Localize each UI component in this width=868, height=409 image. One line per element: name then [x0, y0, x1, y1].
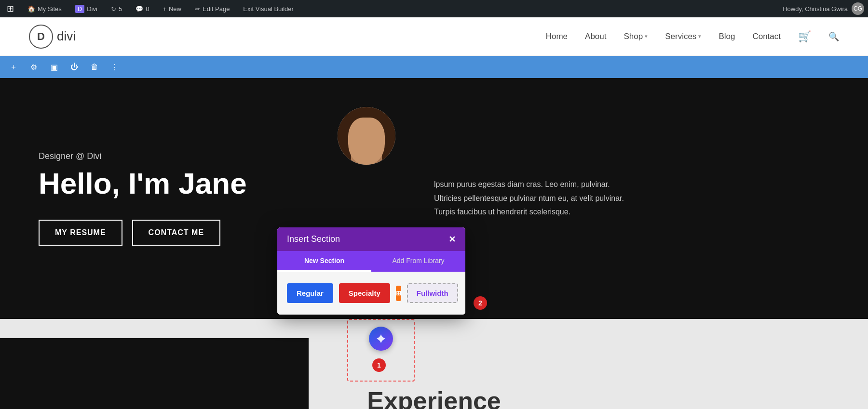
- tab-add-from-library[interactable]: Add From Library: [371, 251, 465, 272]
- new-label: New: [169, 5, 181, 13]
- site-header: D divi Home About Shop ▾ Services ▾ Blog…: [0, 17, 868, 56]
- tab-new-section[interactable]: New Section: [277, 251, 371, 272]
- resume-btn[interactable]: MY RESUME: [39, 220, 122, 246]
- exit-builder-btn[interactable]: Exit Visual Builder: [240, 0, 297, 17]
- comments-count: 0: [146, 5, 149, 13]
- nav-contact[interactable]: Contact: [752, 32, 781, 41]
- exit-builder-label: Exit Visual Builder: [243, 5, 294, 13]
- hero-avatar: [338, 107, 395, 165]
- left-dark-panel: [0, 338, 309, 409]
- contact-btn[interactable]: CONTACT ME: [132, 220, 220, 246]
- logo-icon: D: [29, 25, 53, 49]
- gray-section: Experience: [0, 319, 868, 409]
- divi-icon: D: [75, 5, 84, 13]
- nav-home[interactable]: Home: [546, 32, 568, 41]
- fullwidth-section-btn[interactable]: Fullwidth: [407, 283, 458, 303]
- toolbar-more-btn[interactable]: ⋮: [108, 60, 122, 74]
- toolbar-settings-btn[interactable]: ⚙: [27, 60, 41, 74]
- logo-letter: D: [37, 30, 45, 43]
- nav-shop-label: Shop: [624, 32, 643, 41]
- comments-menu[interactable]: 💬 0: [133, 0, 152, 17]
- site-nav: Home About Shop ▾ Services ▾ Blog Contac…: [546, 30, 839, 43]
- modal-body: Regular Specialty ⊞ Fullwidth: [277, 272, 465, 315]
- cart-icon[interactable]: 🛒: [798, 30, 811, 43]
- new-menu[interactable]: + New: [160, 0, 184, 17]
- builder-toolbar: ＋ ⚙ ▣ ⏻ 🗑 ⋮: [0, 56, 868, 78]
- hero-title: Hello, I'm Jane: [39, 167, 299, 200]
- badge-2: 2: [474, 296, 487, 310]
- section-types: Regular Specialty ⊞ Fullwidth: [287, 283, 456, 303]
- wp-logo[interactable]: ⊞: [4, 0, 17, 17]
- edit-page-btn[interactable]: ✏ Edit Page: [192, 0, 232, 17]
- divi-label: Divi: [87, 5, 97, 13]
- updates-icon: ↻: [111, 5, 116, 13]
- nav-shop[interactable]: Shop ▾: [624, 32, 648, 41]
- experience-title: Experience: [367, 386, 501, 409]
- nav-about[interactable]: About: [585, 32, 606, 41]
- toolbar-add-btn[interactable]: ＋: [7, 60, 20, 74]
- updates-menu[interactable]: ↻ 5: [108, 0, 125, 17]
- specialty-section-btn[interactable]: Specialty: [339, 283, 390, 303]
- avatar-face-skin: [348, 118, 385, 165]
- avatar-face: [338, 107, 395, 165]
- user-greeting: Howdy, Christina Gwira: [783, 5, 848, 13]
- insert-section-modal: Insert Section ✕ New Section Add From Li…: [277, 227, 465, 315]
- services-chevron-icon: ▾: [698, 33, 701, 40]
- hero-right: lpsum purus egestas diam cras. Leo enim,…: [415, 78, 868, 319]
- avatar[interactable]: CG: [852, 2, 864, 15]
- add-section-btn-1[interactable]: [369, 327, 393, 351]
- specialty-icon: ⊞: [396, 286, 401, 301]
- admin-bar: ⊞ 🏠 My Sites D Divi ↻ 5 💬 0 + New ✏ Edit…: [0, 0, 868, 17]
- search-icon[interactable]: 🔍: [828, 31, 839, 42]
- modal-header: Insert Section ✕: [277, 227, 465, 251]
- edit-page-label: Edit Page: [203, 5, 230, 13]
- wp-icon: ⊞: [7, 3, 14, 14]
- nav-blog[interactable]: Blog: [719, 32, 735, 41]
- toolbar-delete-btn[interactable]: 🗑: [88, 60, 101, 74]
- badge-1: 1: [372, 358, 386, 372]
- nav-services[interactable]: Services ▾: [665, 32, 701, 41]
- sites-icon: 🏠: [27, 5, 35, 13]
- hero-subtitle: Designer @ Divi: [39, 151, 299, 161]
- modal-title: Insert Section: [287, 234, 340, 244]
- logo-text: divi: [57, 29, 76, 44]
- admin-bar-right: Howdy, Christina Gwira CG: [783, 2, 864, 15]
- site-logo[interactable]: D divi: [29, 25, 76, 49]
- toolbar-clone-btn[interactable]: ▣: [47, 60, 61, 74]
- comments-icon: 💬: [136, 5, 143, 13]
- my-sites-label: My Sites: [38, 5, 62, 13]
- regular-section-btn[interactable]: Regular: [287, 283, 333, 303]
- nav-services-label: Services: [665, 32, 696, 41]
- hero-body-text: lpsum purus egestas diam cras. Leo enim,…: [434, 178, 627, 219]
- plus-icon: +: [163, 5, 166, 13]
- toolbar-toggle-btn[interactable]: ⏻: [68, 60, 81, 74]
- my-sites-menu[interactable]: 🏠 My Sites: [25, 0, 65, 17]
- divi-menu[interactable]: D Divi: [72, 0, 100, 17]
- shop-chevron-icon: ▾: [645, 33, 648, 40]
- modal-tabs: New Section Add From Library: [277, 251, 465, 272]
- pencil-icon: ✏: [195, 5, 200, 13]
- updates-count: 5: [119, 5, 122, 13]
- modal-close-btn[interactable]: ✕: [448, 235, 456, 244]
- hero-buttons: MY RESUME CONTACT ME: [39, 220, 299, 246]
